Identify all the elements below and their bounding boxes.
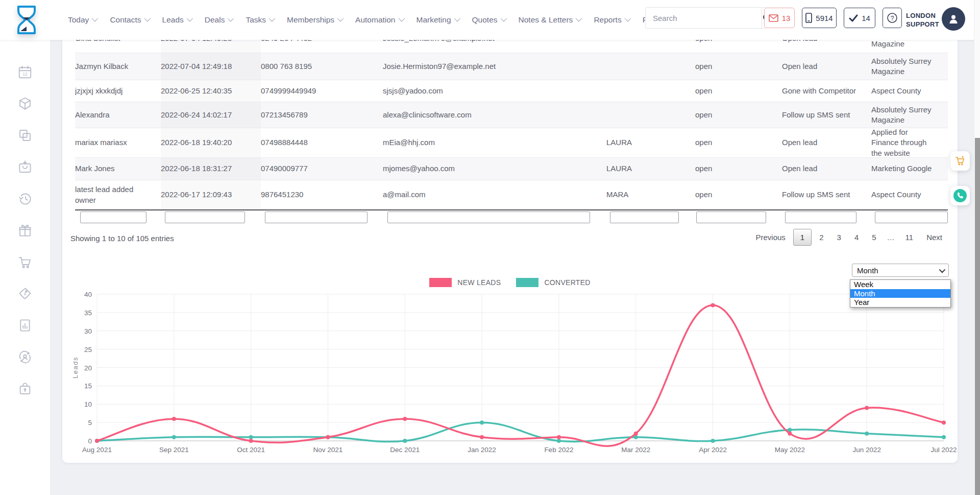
nav-today[interactable]: Today <box>68 15 96 25</box>
column-filter-input[interactable] <box>610 211 679 223</box>
pagination-page-11[interactable]: 11 <box>900 229 919 246</box>
cell-date: 2022-06-17 12:09:43 <box>161 180 261 209</box>
cell-status: open <box>695 40 782 53</box>
sidebar-item-price-tag[interactable]: $ <box>0 278 50 310</box>
messages-count: 13 <box>782 14 791 22</box>
table-row[interactable]: latest lead added owner2022-06-17 12:09:… <box>75 180 948 210</box>
cell-owner <box>606 40 695 53</box>
table-row[interactable]: jzjxjxj xkxkdjdj2022-06-25 12:40:3507499… <box>75 80 948 102</box>
svg-text:15: 15 <box>84 382 92 390</box>
cart-float-button[interactable] <box>950 151 970 171</box>
nav-leads[interactable]: Leads <box>162 15 191 25</box>
sidebar-item-copy[interactable] <box>0 120 50 151</box>
copy-icon <box>17 128 33 143</box>
pagination-next[interactable]: Next <box>921 229 948 246</box>
nav-label: Automation <box>355 15 395 25</box>
pagination-previous[interactable]: Previous <box>750 229 791 246</box>
pagination-page-5[interactable]: 5 <box>866 229 881 246</box>
column-filter-input[interactable] <box>265 211 368 223</box>
scrollbar-thumb[interactable] <box>975 138 980 495</box>
cell-owner: MARA <box>606 180 695 209</box>
sidebar-item-checkin-box[interactable] <box>0 151 50 183</box>
cell-email: Jessie_Lemann76@example.net <box>383 40 606 53</box>
cell-status: open <box>695 180 782 209</box>
table-row[interactable]: Jazmyn Kilback2022-07-04 12:49:180800 76… <box>75 53 948 80</box>
help-button[interactable]: ? <box>883 8 902 28</box>
checkin-box-icon <box>17 159 33 175</box>
pagination-page-2[interactable]: 2 <box>814 229 829 246</box>
sidebar-item-history[interactable] <box>0 183 50 215</box>
column-filter-input[interactable] <box>80 211 146 223</box>
sidebar-item-package[interactable] <box>0 88 50 120</box>
column-filter-input[interactable] <box>785 211 856 223</box>
pagination-page-3[interactable]: 3 <box>831 229 847 246</box>
nav-memberships[interactable]: Memberships <box>287 15 342 25</box>
nav-marketing[interactable]: Marketing <box>416 15 459 25</box>
package-icon <box>17 96 33 111</box>
nav-automation[interactable]: Automation <box>355 15 403 25</box>
report-icon <box>17 318 33 333</box>
tasks-badge[interactable]: 14 <box>844 8 875 28</box>
pagination-page-1[interactable]: 1 <box>793 229 812 246</box>
entries-summary: Showing 1 to 10 of 105 entries <box>70 234 174 243</box>
shopping-cart-icon <box>954 155 966 167</box>
cell-owner: LAURA <box>606 128 695 157</box>
sidebar-item-user-sync[interactable] <box>0 341 50 373</box>
chevron-down-icon <box>576 15 582 21</box>
nav-reports[interactable]: Reports <box>594 15 629 25</box>
cell-source: Absolutely Surrey Magazine <box>871 53 948 80</box>
cell-source: Aspect County <box>871 180 948 209</box>
cell-lead-status: Gone with Competitor <box>782 80 871 102</box>
sidebar-item-calendar[interactable]: 12 <box>0 56 50 88</box>
sidebar-item-lock-case[interactable] <box>0 373 50 405</box>
chevron-down-icon <box>624 15 631 21</box>
nav-deals[interactable]: Deals <box>205 15 233 25</box>
cell-source: Aspect County <box>871 80 948 102</box>
lock-case-icon <box>17 381 33 396</box>
period-select[interactable]: Month <box>852 264 949 277</box>
nav-notes-letters[interactable]: Notes & Letters <box>519 15 581 25</box>
column-filter-input[interactable] <box>696 211 766 223</box>
period-option-year[interactable]: Year <box>850 298 950 307</box>
nav-label: Contacts <box>110 15 141 25</box>
table-row[interactable]: mariax mariasx2022-06-18 19:40:200749888… <box>75 128 948 158</box>
sidebar-item-cart[interactable] <box>0 246 50 278</box>
nav-tasks[interactable]: Tasks <box>246 15 274 25</box>
table-row[interactable]: Gina Schulist2022-07-04 12:49:250249 204… <box>75 40 948 53</box>
cell-date: 2022-06-18 18:31:27 <box>161 158 261 180</box>
cell-owner: LAURA <box>606 158 695 180</box>
cell-email: a@mail.com <box>383 180 606 209</box>
avatar[interactable] <box>942 7 965 31</box>
chevron-down-icon <box>500 15 507 21</box>
period-dropdown-list: WeekMonthYear <box>850 279 951 308</box>
table-row[interactable]: Alexandra2022-06-24 14:02:1707213456789a… <box>75 102 948 128</box>
column-filter-input[interactable] <box>875 211 948 223</box>
svg-text:Aug 2021: Aug 2021 <box>82 446 112 454</box>
app-logo-icon[interactable] <box>15 5 38 35</box>
nav-quotes[interactable]: Quotes <box>472 15 505 25</box>
cell-name: Mark Jones <box>75 158 161 180</box>
cell-status: open <box>695 102 782 128</box>
search-input[interactable] <box>646 8 762 28</box>
column-filter-input[interactable] <box>165 211 245 223</box>
svg-text:25: 25 <box>84 346 92 353</box>
table-row[interactable]: Mark Jones2022-06-18 18:31:2707490009777… <box>75 158 948 180</box>
cell-email: sjsjs@yadoo.com <box>383 80 606 102</box>
user-icon <box>947 13 960 25</box>
phone-icon <box>953 188 967 203</box>
messages-badge[interactable]: 13 <box>764 8 795 28</box>
call-float-button[interactable] <box>950 186 970 205</box>
calls-badge[interactable]: 5914 <box>802 8 837 28</box>
cell-lead-status: Open lead <box>782 158 871 180</box>
period-option-week[interactable]: Week <box>850 280 950 289</box>
nav-contacts[interactable]: Contacts <box>110 15 149 25</box>
sidebar-item-report[interactable] <box>0 310 50 341</box>
column-filter-input[interactable] <box>387 211 590 223</box>
line-chart-svg: 0510152025303540Aug 2021Sep 2021Oct 2021… <box>62 285 958 461</box>
pagination-page-4[interactable]: 4 <box>849 229 864 246</box>
chevron-down-icon <box>144 15 151 21</box>
sidebar-item-gift[interactable] <box>0 215 50 246</box>
period-option-month[interactable]: Month <box>850 289 950 298</box>
svg-text:30: 30 <box>84 327 92 335</box>
account-name: LONDON SUPPORT <box>906 11 939 29</box>
